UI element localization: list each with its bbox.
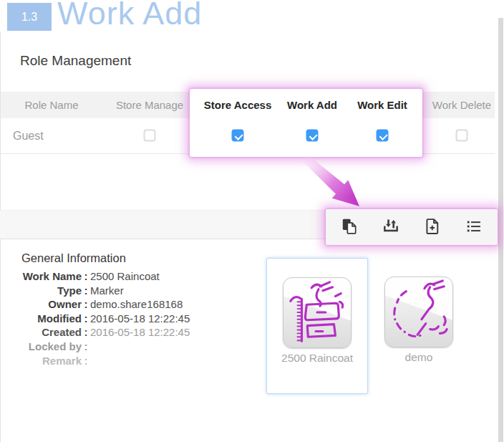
info-separator: :: [82, 269, 90, 284]
info-label: Type: [20, 284, 82, 298]
work-toolbar: [326, 209, 498, 245]
info-value: 2016-05-18 12:22:45: [90, 325, 190, 340]
import-export-icon: [382, 217, 400, 238]
general-information-heading: General Information: [21, 251, 126, 265]
import-export-button[interactable]: [379, 215, 403, 239]
checkbox-work-add[interactable]: [306, 130, 319, 142]
info-row-modified: Modified : 2016-05-18 12:22:45: [20, 312, 190, 326]
info-separator: :: [82, 340, 90, 354]
column-work-add: Work Add: [287, 92, 337, 118]
info-separator: :: [82, 325, 90, 340]
info-separator: :: [82, 312, 90, 326]
vertical-scrollbar[interactable]: [498, 18, 503, 442]
info-row-type: Type : Marker: [20, 284, 190, 298]
info-separator: :: [82, 297, 90, 312]
work-label: demo: [369, 351, 469, 364]
column-store-manage: Store Manage: [116, 92, 183, 118]
info-row-owner: Owner : demo.share168168: [20, 297, 190, 312]
role-management-heading: Role Management: [20, 53, 131, 69]
add-work-icon: [423, 217, 442, 238]
work-label: 2500 Raincoat: [267, 352, 367, 365]
column-work-delete: Work Delete: [432, 92, 491, 118]
info-separator: :: [82, 354, 90, 368]
role-name-cell: Guest: [13, 118, 44, 153]
copy-button[interactable]: [337, 215, 362, 239]
info-value: 2500 Raincoat: [90, 269, 160, 284]
checkbox-work-delete[interactable]: [456, 130, 468, 142]
work-card-2500-raincoat[interactable]: 2500 Raincoat: [266, 258, 368, 394]
info-row-remark: Remark :: [20, 354, 190, 368]
page-root: 1.3 Work Add Role Management Role Name S…: [0, 0, 504, 442]
info-row-created: Created : 2016-05-18 12:22:45: [20, 325, 190, 340]
info-label: Modified: [20, 312, 82, 326]
list-view-button[interactable]: [462, 215, 486, 239]
info-value: 2016-05-18 12:22:45: [90, 312, 190, 326]
section-number-badge: 1.3: [7, 3, 52, 31]
column-role-name: Role Name: [24, 92, 78, 118]
info-value: demo.share168168: [90, 297, 183, 312]
copy-icon: [340, 217, 359, 238]
checkbox-store-access[interactable]: [232, 130, 244, 142]
info-label: Remark: [20, 354, 82, 368]
work-thumbnail[interactable]: [283, 277, 352, 348]
work-card-demo[interactable]: demo: [369, 258, 469, 393]
info-row-work-name: Work Name : 2500 Raincoat: [20, 269, 190, 284]
page-title: Work Add: [57, 0, 202, 32]
info-label: Work Name: [20, 269, 82, 284]
column-work-edit: Work Edit: [357, 92, 407, 118]
general-information-panel: Work Name : 2500 Raincoat Type : Marker …: [20, 269, 190, 367]
list-view-icon: [465, 217, 483, 238]
info-label: Owner: [20, 297, 82, 312]
checkbox-store-manage[interactable]: [144, 130, 156, 142]
info-value: Marker: [90, 284, 124, 298]
info-label: Created: [20, 325, 82, 340]
info-separator: :: [82, 284, 90, 298]
arrow-icon: [297, 155, 365, 211]
column-store-access: Store Access: [204, 92, 272, 118]
info-label: Locked by: [20, 340, 82, 354]
checkbox-work-edit[interactable]: [377, 130, 389, 142]
add-work-button[interactable]: [420, 215, 445, 239]
info-row-locked-by: Locked by :: [20, 340, 190, 354]
work-thumbnail[interactable]: [384, 277, 453, 347]
